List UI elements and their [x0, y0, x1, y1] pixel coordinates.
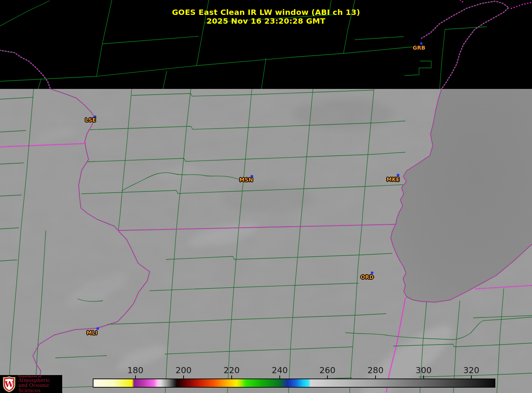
colorbar-tick-label-320: 320: [463, 366, 479, 375]
logo-name-line1: Atmospheric: [18, 378, 62, 383]
logo-name-line2: and Oceanic Sciences: [18, 383, 62, 393]
uw-aos-logo: W Department of Atmospheric and Oceanic …: [0, 375, 62, 393]
colorbar-tick-320: [471, 375, 472, 379]
station-label-grb: GRB: [413, 45, 426, 51]
station-label-msn: MSN: [239, 177, 253, 183]
product-title-line2: 2025 Nov 16 23:20:28 GMT: [0, 17, 532, 26]
colorbar-tick-240: [279, 375, 280, 379]
colorbar-tick-label-280: 280: [368, 366, 384, 375]
colorbar-tick-label-240: 240: [272, 366, 288, 375]
colorbar-tick-label-300: 300: [416, 366, 432, 375]
colorbar-tick-label-260: 260: [319, 366, 335, 375]
station-label-mli: MLI: [87, 330, 97, 336]
colorbar-tick-280: [375, 375, 376, 379]
product-title: GOES East Clean IR LW window (ABI ch 13)…: [0, 8, 532, 26]
colorbar-tick-200: [183, 375, 184, 379]
satellite-map-canvas: [0, 0, 532, 393]
colorbar-tick-label-220: 220: [224, 366, 240, 375]
colorbar: [93, 379, 495, 388]
product-title-line1: GOES East Clean IR LW window (ABI ch 13): [0, 8, 532, 17]
colorbar-tick-300: [423, 375, 424, 379]
station-label-lse: LSE: [85, 117, 96, 123]
colorbar-tick-label-200: 200: [176, 366, 192, 375]
colorbar-tick-label-180: 180: [127, 366, 143, 375]
colorbar-tick-220: [231, 375, 232, 379]
svg-text:W: W: [5, 380, 14, 389]
colorbar-tick-180: [135, 375, 136, 379]
colorbar-tick-260: [327, 375, 328, 379]
station-label-ord: ORD: [361, 274, 374, 280]
station-label-mke: MKE: [387, 176, 400, 182]
uw-crest-icon: W: [2, 376, 16, 393]
goes-ir-satellite-product: GOES East Clean IR LW window (ABI ch 13)…: [0, 0, 532, 393]
